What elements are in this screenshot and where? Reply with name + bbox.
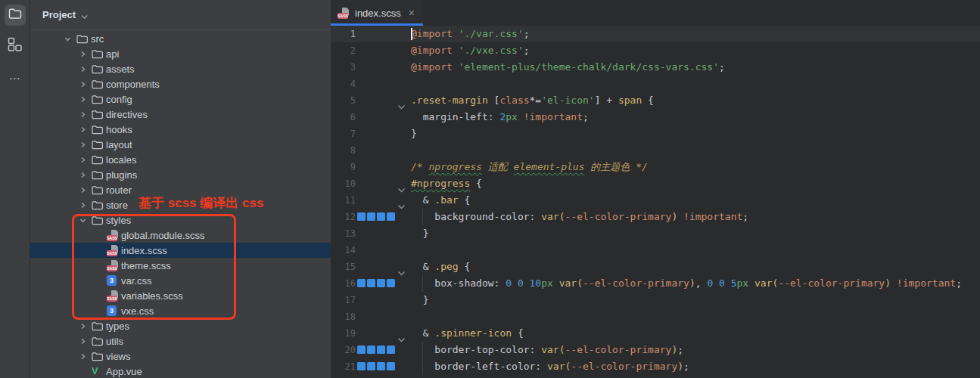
tree-item-router[interactable]: router bbox=[30, 182, 331, 197]
chevron-right-icon[interactable] bbox=[79, 353, 92, 360]
chevron-down-icon[interactable] bbox=[79, 217, 92, 224]
color-swatch-icon[interactable] bbox=[377, 212, 385, 221]
tree-item-utils[interactable]: utils bbox=[30, 333, 331, 349]
chevron-right-icon[interactable] bbox=[79, 156, 92, 163]
code-text: box-shadow: 0 0 10px var(--el-color-prim… bbox=[411, 275, 962, 292]
more-tool-windows-button[interactable]: ⋯ bbox=[5, 65, 26, 86]
color-swatch-icon[interactable] bbox=[377, 345, 385, 354]
color-swatch-icon[interactable] bbox=[357, 362, 366, 370]
color-swatch-icon[interactable] bbox=[357, 345, 366, 354]
color-swatch-icon[interactable] bbox=[367, 362, 375, 370]
tree-item-global-module-scss[interactable]: SASSglobal.module.scss bbox=[30, 228, 331, 243]
chevron-right-icon[interactable] bbox=[79, 202, 92, 209]
tree-item-styles[interactable]: styles bbox=[30, 212, 331, 228]
color-preview-swatches[interactable] bbox=[357, 212, 395, 221]
code-line-11[interactable]: 11 & .bar { bbox=[331, 192, 980, 209]
indent-guide bbox=[422, 209, 423, 225]
tree-item-components[interactable]: components bbox=[30, 76, 331, 91]
code-line-7[interactable]: 7} bbox=[331, 125, 980, 142]
tree-item-label: vxe.css bbox=[121, 305, 154, 317]
tree-item-label: plugins bbox=[106, 169, 137, 181]
chevron-right-icon[interactable] bbox=[79, 172, 92, 178]
chevron-right-icon[interactable] bbox=[79, 51, 92, 57]
code-line-9[interactable]: 9/* nprogress 适配 element-plus 的主题色 */ bbox=[331, 159, 980, 175]
tree-item-var-css[interactable]: 3var.css bbox=[30, 273, 331, 288]
color-preview-swatches[interactable] bbox=[357, 279, 395, 287]
color-swatch-icon[interactable] bbox=[387, 279, 395, 287]
code-text: @import './vxe.css'; bbox=[411, 42, 530, 59]
line-number: 20 bbox=[331, 342, 356, 358]
modules-tool-window-button[interactable] bbox=[5, 35, 26, 56]
tree-item-api[interactable]: api bbox=[30, 46, 331, 61]
chevron-right-icon[interactable] bbox=[79, 187, 92, 194]
code-line-3[interactable]: 3@import 'element-plus/theme-chalk/dark/… bbox=[331, 59, 980, 76]
editor-tab-index-scss[interactable]: SASS index.scss × bbox=[331, 0, 423, 26]
code-line-1[interactable]: 1@import './var.css'; bbox=[331, 26, 980, 42]
chevron-right-icon[interactable] bbox=[79, 96, 92, 103]
chevron-down-icon[interactable] bbox=[64, 36, 76, 42]
code-line-2[interactable]: 2@import './vxe.css'; bbox=[331, 42, 980, 59]
code-line-5[interactable]: 5.reset-margin [class*='el-icon'] + span… bbox=[331, 92, 980, 109]
chevron-right-icon[interactable] bbox=[79, 338, 92, 345]
color-swatch-icon[interactable] bbox=[387, 362, 395, 370]
tree-item-index-scss[interactable]: SASSindex.scss bbox=[30, 243, 331, 258]
tree-item-directives[interactable]: directives bbox=[30, 107, 331, 122]
chevron-right-icon[interactable] bbox=[79, 323, 92, 330]
color-swatch-icon[interactable] bbox=[387, 345, 395, 354]
code-line-10[interactable]: 10#nprogress { bbox=[331, 175, 980, 192]
color-swatch-icon[interactable] bbox=[357, 212, 366, 221]
tree-item-views[interactable]: views bbox=[30, 349, 331, 364]
color-swatch-icon[interactable] bbox=[387, 212, 395, 221]
color-swatch-icon[interactable] bbox=[377, 362, 385, 370]
project-panel-header[interactable]: Project bbox=[30, 0, 331, 30]
code-line-15[interactable]: 15 & .peg { bbox=[331, 259, 980, 275]
chevron-right-icon[interactable] bbox=[79, 66, 92, 73]
code-line-16[interactable]: 16 box-shadow: 0 0 10px var(--el-color-p… bbox=[331, 275, 980, 292]
code-line-18[interactable]: 18 bbox=[331, 308, 980, 325]
tree-item-config[interactable]: config bbox=[30, 91, 331, 107]
code-line-19[interactable]: 19 & .spinner-icon { bbox=[331, 325, 980, 342]
code-line-8[interactable]: 8 bbox=[331, 142, 980, 159]
code-line-6[interactable]: 6 margin-left: 2px !important; bbox=[331, 109, 980, 125]
tree-item-label: global.module.scss bbox=[121, 230, 205, 241]
code-text: background-color: var(--el-color-primary… bbox=[411, 209, 748, 225]
color-swatch-icon[interactable] bbox=[367, 345, 375, 354]
code-line-17[interactable]: 17 } bbox=[331, 292, 980, 308]
code-line-12[interactable]: 12 background-color: var(--el-color-prim… bbox=[331, 209, 980, 225]
chevron-right-icon[interactable] bbox=[79, 111, 92, 118]
code-editor-area[interactable]: 1@import './var.css';2@import './vxe.css… bbox=[331, 26, 980, 378]
code-line-20[interactable]: 20 border-top-color: var(--el-color-prim… bbox=[331, 342, 980, 358]
color-preview-swatches[interactable] bbox=[357, 362, 395, 370]
tree-item-app-vue[interactable]: VApp.vue bbox=[30, 364, 331, 378]
chevron-right-icon[interactable] bbox=[79, 81, 92, 88]
color-swatch-icon[interactable] bbox=[377, 279, 385, 287]
tree-item-vxe-css[interactable]: 3vxe.css bbox=[30, 303, 331, 318]
tree-item-src[interactable]: src bbox=[30, 31, 331, 46]
chevron-right-icon[interactable] bbox=[79, 141, 92, 148]
project-tool-window-button[interactable] bbox=[5, 5, 26, 26]
line-number: 12 bbox=[331, 209, 356, 225]
tree-item-types[interactable]: types bbox=[30, 318, 331, 333]
gutter-meta bbox=[356, 142, 411, 159]
text-caret bbox=[411, 28, 412, 40]
editor-tab-label: index.scss bbox=[355, 8, 401, 19]
code-line-13[interactable]: 13 } bbox=[331, 225, 980, 242]
tree-item-label: theme.scss bbox=[121, 260, 171, 271]
tree-item-layout[interactable]: layout bbox=[30, 137, 331, 152]
color-swatch-icon[interactable] bbox=[367, 212, 375, 221]
color-preview-swatches[interactable] bbox=[357, 345, 395, 354]
tree-item-locales[interactable]: locales bbox=[30, 152, 331, 167]
tree-item-theme-scss[interactable]: SASStheme.scss bbox=[30, 258, 331, 273]
code-line-14[interactable]: 14 bbox=[331, 242, 980, 259]
tree-item-store[interactable]: store bbox=[30, 197, 331, 212]
color-swatch-icon[interactable] bbox=[357, 279, 366, 287]
tree-item-variables-scss[interactable]: SASSvariables.scss bbox=[30, 288, 331, 303]
tree-item-hooks[interactable]: hooks bbox=[30, 122, 331, 137]
code-line-4[interactable]: 4 bbox=[331, 76, 980, 92]
tree-item-assets[interactable]: assets bbox=[30, 61, 331, 76]
tree-item-plugins[interactable]: plugins bbox=[30, 167, 331, 182]
chevron-right-icon[interactable] bbox=[79, 126, 92, 133]
color-swatch-icon[interactable] bbox=[367, 279, 375, 287]
code-line-21[interactable]: 21 border-left-color: var(--el-color-pri… bbox=[331, 358, 980, 375]
tab-close-icon[interactable]: × bbox=[409, 8, 415, 18]
